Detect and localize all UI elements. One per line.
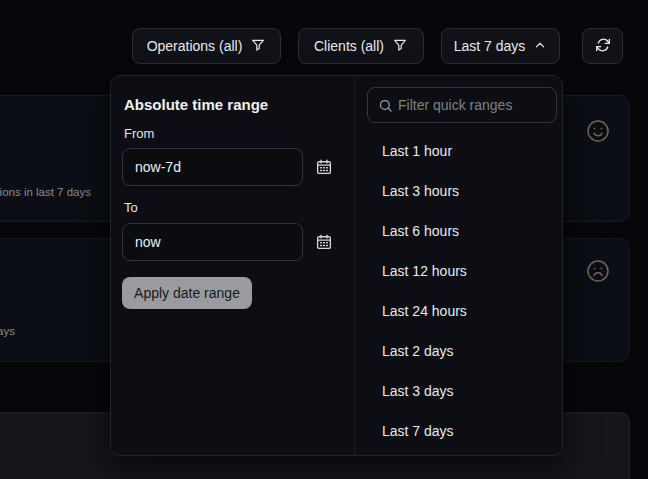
to-calendar-button[interactable] (313, 232, 335, 254)
quick-range-list: Last 1 hourLast 3 hoursLast 6 hoursLast … (355, 131, 563, 451)
operations-filter-label: Operations (all) (147, 38, 243, 54)
refresh-button[interactable] (582, 28, 623, 64)
stats-caption-bottom: ays (0, 324, 15, 338)
time-range-label: Last 7 days (454, 38, 526, 54)
quick-range-item[interactable]: Last 3 days (355, 371, 563, 411)
chevron-up-icon (533, 38, 547, 55)
quick-range-item[interactable]: Last 12 hours (355, 251, 563, 291)
refresh-icon (595, 37, 611, 56)
quick-range-item[interactable]: Last 1 hour (355, 131, 563, 171)
from-input[interactable] (122, 148, 303, 186)
filter-funnel-icon (392, 37, 408, 56)
absolute-time-range-title: Absolute time range (124, 96, 268, 113)
quick-range-item[interactable]: Last 6 hours (355, 211, 563, 251)
filter-funnel-icon (250, 37, 266, 56)
quick-range-item[interactable]: Last 3 hours (355, 171, 563, 211)
from-label: From (124, 126, 154, 141)
quick-range-search-box (367, 87, 557, 123)
dashboard-page: ations in last 7 days ays Operations (al… (0, 0, 648, 479)
clients-filter-button[interactable]: Clients (all) (298, 28, 424, 64)
to-input[interactable] (122, 223, 303, 261)
time-range-button[interactable]: Last 7 days (441, 28, 560, 64)
quick-range-item[interactable]: Last 24 hours (355, 291, 563, 331)
operations-filter-button[interactable]: Operations (all) (132, 28, 281, 64)
time-range-dropdown-panel: Absolute time range From To (110, 75, 563, 456)
sad-face-icon (586, 259, 610, 283)
calendar-icon (315, 233, 333, 254)
quick-range-item[interactable]: Last 7 days (355, 411, 563, 451)
quick-range-search-input[interactable] (398, 88, 554, 122)
apply-date-range-button[interactable]: Apply date range (122, 277, 252, 309)
clients-filter-label: Clients (all) (314, 38, 384, 54)
happy-face-icon (586, 119, 610, 143)
calendar-icon (315, 158, 333, 179)
quick-range-item[interactable]: Last 2 days (355, 331, 563, 371)
stats-caption-top: ations in last 7 days (0, 185, 91, 199)
to-label: To (124, 200, 138, 215)
from-calendar-button[interactable] (313, 157, 335, 179)
